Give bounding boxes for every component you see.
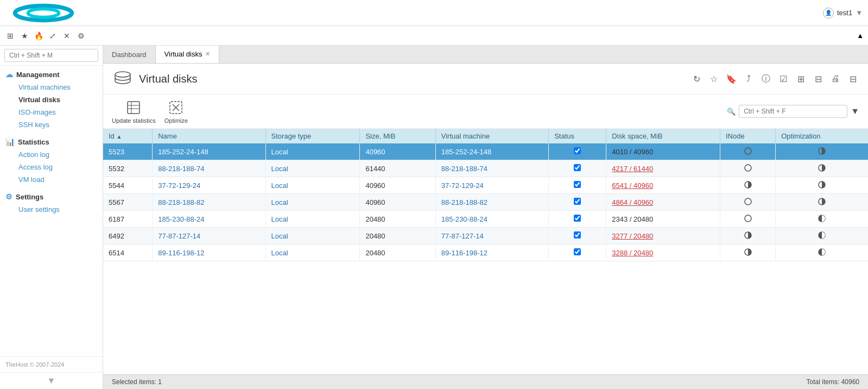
col-storage[interactable]: Storage type xyxy=(265,129,360,143)
cell-disk: 3277 / 20480 xyxy=(606,228,720,244)
tab-close-icon[interactable]: ✕ xyxy=(205,51,210,58)
sidebar-item-virtual-disks[interactable]: Virtual disks xyxy=(5,93,97,106)
col-inode-label: INode xyxy=(726,132,745,140)
name-link[interactable]: 88-218-188-74 xyxy=(158,165,204,173)
disk-usage-warn: 4217 / 61440 xyxy=(612,165,653,173)
fire-icon[interactable]: 🔥 xyxy=(33,30,45,42)
sidebar-item-action-log[interactable]: Action log xyxy=(5,148,97,161)
storage-link[interactable]: Local xyxy=(271,198,288,206)
management-header[interactable]: ☁ Management xyxy=(5,70,97,79)
columns-icon[interactable]: ⊟ xyxy=(846,72,859,85)
status-checkbox[interactable] xyxy=(574,164,581,171)
sidebar-item-virtual-machines[interactable]: Virtual machines xyxy=(5,81,97,93)
optimize-button[interactable]: Optimize xyxy=(164,99,188,124)
close-x-icon[interactable]: ✕ xyxy=(61,30,73,42)
col-name[interactable]: Name xyxy=(153,129,265,143)
cell-optimization xyxy=(776,143,868,160)
col-inode[interactable]: INode xyxy=(720,129,775,143)
col-vm[interactable]: Virtual machine xyxy=(435,129,548,143)
opt-icon xyxy=(817,214,827,223)
tab-virtual-disks[interactable]: Virtual disks ✕ xyxy=(156,46,220,63)
col-status[interactable]: Status xyxy=(549,129,606,143)
share-icon[interactable]: ⤴ xyxy=(742,72,755,85)
vm-link[interactable]: 88-218-188-82 xyxy=(441,198,487,206)
storage-link[interactable]: Local xyxy=(271,148,288,156)
name-link[interactable]: 89-116-198-12 xyxy=(158,249,204,257)
grid-icon[interactable]: ⊞ xyxy=(4,30,16,42)
star-icon[interactable]: ★ xyxy=(18,30,30,42)
storage-link[interactable]: Local xyxy=(271,232,288,240)
optimize-label: Optimize xyxy=(164,117,188,124)
cell-inode xyxy=(720,160,775,177)
name-link[interactable]: 37-72-129-24 xyxy=(158,181,200,190)
vm-link[interactable]: 77-87-127-14 xyxy=(441,232,484,240)
sidebar-item-access-log[interactable]: Access log xyxy=(5,161,97,173)
vm-link[interactable]: 37-72-129-24 xyxy=(441,181,484,190)
vm-link[interactable]: 185-252-24-148 xyxy=(441,148,492,156)
page-header-left: Virtual disks xyxy=(112,68,197,90)
expand-icon[interactable]: ⤢ xyxy=(47,30,59,42)
sidebar-item-ssh-keys[interactable]: SSH keys xyxy=(5,118,97,131)
table-row[interactable]: 5567 88-218-188-82 Local 40960 88-218-18… xyxy=(103,194,868,211)
col-size[interactable]: Size, MiB xyxy=(360,129,435,143)
virtual-machines-label: Virtual machines xyxy=(18,83,71,91)
table-search-input[interactable] xyxy=(739,105,847,118)
inode-icon xyxy=(743,146,753,156)
bookmark-icon[interactable]: 🔖 xyxy=(725,72,738,85)
col-disk[interactable]: Disk space, MiB xyxy=(606,129,720,143)
table-row[interactable]: 6514 89-116-198-12 Local 20480 89-116-19… xyxy=(103,244,868,261)
sidebar-scroll-down[interactable]: ▼ xyxy=(0,372,103,389)
page-title: Virtual disks xyxy=(139,73,197,85)
filter-icon[interactable]: ▼ xyxy=(851,106,859,116)
cell-status xyxy=(549,143,606,160)
opt-icon xyxy=(817,247,827,257)
disk-usage: 4010 / 40960 xyxy=(612,148,653,156)
print-icon[interactable]: 🖨 xyxy=(829,72,842,85)
vm-link[interactable]: 185-230-88-24 xyxy=(441,215,487,223)
import-icon[interactable]: ⊞ xyxy=(794,72,807,85)
status-checkbox[interactable] xyxy=(574,147,581,154)
export-icon[interactable]: ⊟ xyxy=(812,72,825,85)
table-row[interactable]: 5544 37-72-129-24 Local 40960 37-72-129-… xyxy=(103,177,868,194)
statistics-header[interactable]: 📊 Statistics xyxy=(5,137,97,146)
name-link[interactable]: 77-87-127-14 xyxy=(158,232,200,240)
table-row[interactable]: 5523 185-252-24-148 Local 40960 185-252-… xyxy=(103,143,868,160)
vm-load-label: VM load xyxy=(18,175,45,184)
storage-link[interactable]: Local xyxy=(271,181,288,190)
chart-icon: 📊 xyxy=(5,137,15,146)
vm-link[interactable]: 89-116-198-12 xyxy=(441,249,487,257)
storage-link[interactable]: Local xyxy=(271,165,288,173)
update-statistics-button[interactable]: Update statistics xyxy=(112,99,156,124)
status-checkbox[interactable] xyxy=(574,215,581,222)
logo[interactable] xyxy=(5,2,81,24)
optimize-icon xyxy=(167,99,185,116)
check-square-icon[interactable]: ☑ xyxy=(777,72,790,85)
tab-dashboard[interactable]: Dashboard xyxy=(103,46,156,63)
name-link[interactable]: 88-218-188-82 xyxy=(158,198,204,206)
name-link[interactable]: 185-230-88-24 xyxy=(158,215,204,223)
storage-link[interactable]: Local xyxy=(271,215,288,223)
refresh-icon[interactable]: ↻ xyxy=(690,72,703,85)
sidebar-item-iso-images[interactable]: ISO-images xyxy=(5,106,97,118)
status-checkbox[interactable] xyxy=(574,198,581,205)
user-dropdown-icon[interactable]: ▼ xyxy=(856,9,863,17)
status-checkbox[interactable] xyxy=(574,248,581,255)
name-link[interactable]: 185-252-24-148 xyxy=(158,148,208,156)
vm-link[interactable]: 88-218-188-74 xyxy=(441,165,487,173)
sidebar-item-user-settings[interactable]: User settings xyxy=(5,203,97,216)
sidebar-scroll-up[interactable]: ▲ xyxy=(857,32,864,40)
status-checkbox[interactable] xyxy=(574,181,581,188)
settings-icon[interactable]: ⚙ xyxy=(75,30,87,42)
search-input[interactable] xyxy=(4,49,98,62)
settings-header[interactable]: ⚙ Settings xyxy=(5,192,97,201)
info-icon[interactable]: ⓘ xyxy=(759,72,772,85)
col-id[interactable]: Id ▲ xyxy=(103,129,153,143)
table-row[interactable]: 5532 88-218-188-74 Local 61440 88-218-18… xyxy=(103,160,868,177)
sidebar-item-vm-load[interactable]: VM load xyxy=(5,173,97,186)
star-outline-icon[interactable]: ☆ xyxy=(707,72,720,85)
storage-link[interactable]: Local xyxy=(271,249,288,257)
table-row[interactable]: 6492 77-87-127-14 Local 20480 77-87-127-… xyxy=(103,228,868,244)
status-checkbox[interactable] xyxy=(574,231,581,239)
table-row[interactable]: 6187 185-230-88-24 Local 20480 185-230-8… xyxy=(103,211,868,228)
col-opt[interactable]: Optimization xyxy=(776,129,868,143)
